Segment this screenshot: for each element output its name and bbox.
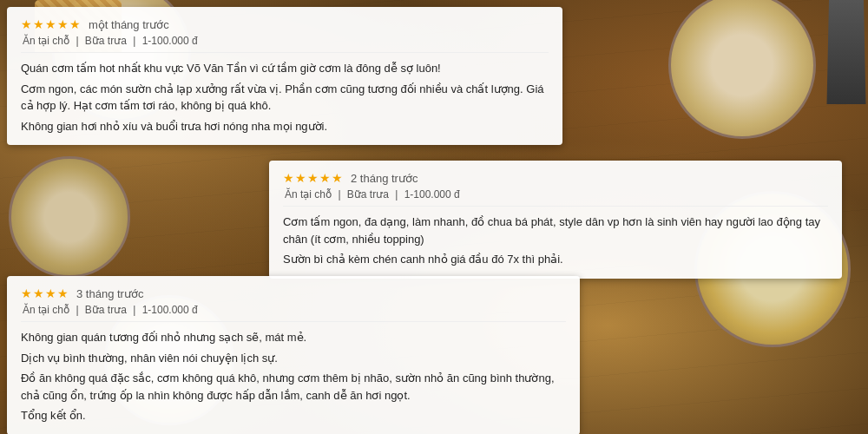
review-3-price: 1-100.000 đ (142, 304, 198, 316)
review-2-text: Cơm tấm ngon, đa dạng, làm nhanh, đồ chu… (283, 214, 828, 268)
plate-2 (9, 156, 130, 278)
review-2-location: Ăn tại chỗ (285, 188, 332, 201)
review-2-p2: Sườn bì chả kèm chén canh nhỏ giá đầu đó… (283, 251, 828, 268)
review-1-meta: Ăn tại chỗ | Bữa trưa | 1-100.000 đ (21, 35, 549, 53)
review-1-sep2: | (133, 35, 138, 47)
review-2-sep1: | (338, 188, 343, 201)
review-1-p3: Không gian hơi nhỏ xíu và buổi trưa hơi … (21, 118, 549, 135)
review-1-location: Ăn tại chỗ (23, 35, 69, 47)
review-3-sep2: | (133, 304, 138, 316)
review-2-stars: ★★★★★ (283, 171, 344, 185)
review-3-text: Không gian quán tương đối nhỏ nhưng sạch… (21, 329, 566, 424)
review-3-sep1: | (76, 304, 81, 316)
review-card-1: ★★★★★ một tháng trước Ăn tại chỗ | Bữa t… (7, 7, 562, 145)
review-2-header: ★★★★★ 2 tháng trước (283, 171, 828, 185)
review-1-time: một tháng trước (89, 18, 169, 31)
review-2-price: 1-100.000 đ (404, 188, 460, 201)
review-1-price: 1-100.000 đ (142, 35, 198, 47)
review-card-3: ★★★★ 3 tháng trước Ăn tại chỗ | Bữa trưa… (7, 276, 580, 434)
review-2-meta: Ăn tại chỗ | Bữa trưa | 1-100.000 đ (283, 188, 828, 207)
review-3-header: ★★★★ 3 tháng trước (21, 286, 566, 300)
review-3-time: 3 tháng trước (76, 287, 143, 300)
review-3-stars: ★★★★ (21, 286, 69, 300)
review-3-p3: Đồ ăn không quá đặc sắc, cơm không quá k… (21, 370, 566, 404)
review-2-sep2: | (395, 188, 400, 201)
review-1-text: Quán cơm tấm hot nhất khu vực Võ Văn Tần… (21, 60, 549, 135)
review-1-header: ★★★★★ một tháng trước (21, 17, 549, 31)
review-2-time: 2 tháng trước (351, 172, 418, 185)
review-3-meal: Bữa trưa (85, 304, 127, 316)
review-1-stars: ★★★★★ (21, 17, 82, 31)
drink-cup (825, 0, 868, 104)
review-3-p1: Không gian quán tương đối nhỏ nhưng sạch… (21, 329, 566, 346)
review-1-p1: Quán cơm tấm hot nhất khu vực Võ Văn Tần… (21, 60, 549, 77)
review-2-meal: Bữa trưa (347, 188, 389, 201)
review-1-sep1: | (76, 35, 81, 47)
review-1-p2: Cơm ngon, các món sườn chả lạp xưởng rất… (21, 81, 549, 115)
review-1-meal: Bữa trưa (85, 35, 127, 47)
review-2-p1: Cơm tấm ngon, đa dạng, làm nhanh, đồ chu… (283, 214, 828, 247)
review-3-location: Ăn tại chỗ (23, 304, 69, 316)
review-card-2: ★★★★★ 2 tháng trước Ăn tại chỗ | Bữa trư… (269, 161, 842, 279)
review-3-meta: Ăn tại chỗ | Bữa trưa | 1-100.000 đ (21, 304, 566, 322)
review-3-p2: Dịch vụ bình thường, nhân viên nói chuyệ… (21, 350, 566, 367)
review-3-p4: Tổng kết ổn. (21, 407, 566, 424)
